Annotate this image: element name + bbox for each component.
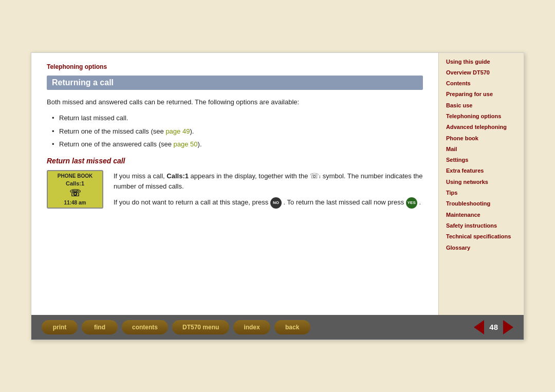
- prev-page-button[interactable]: [474, 320, 484, 334]
- page-container: Telephoning options Returning a call Bot…: [0, 0, 555, 392]
- bullet-text-1: Return last missed call.: [59, 114, 128, 122]
- sidebar-item-telephoning-options[interactable]: Telephoning options: [446, 113, 516, 120]
- breadcrumb: Telephoning options: [47, 63, 423, 70]
- sidebar-item-glossary[interactable]: Glossary: [446, 244, 516, 251]
- sidebar-item-technical-specifications[interactable]: Technical specifications: [446, 233, 516, 240]
- main-content: Telephoning options Returning a call Bot…: [31, 53, 439, 315]
- body-para-suffix: .: [419, 199, 421, 207]
- arrow-left-icon: [474, 320, 484, 334]
- sidebar-item-overview-dt570[interactable]: Overview DT570: [446, 69, 516, 76]
- next-page-button[interactable]: [503, 320, 513, 334]
- phone-symbol: ☏: [69, 188, 81, 198]
- no-button-icon[interactable]: NO: [270, 197, 282, 209]
- page-number: 48: [489, 323, 498, 331]
- dt570-menu-button[interactable]: DT570 menu: [172, 320, 229, 334]
- subsection-title: Return last missed call: [47, 157, 423, 165]
- sidebar-item-extra-features[interactable]: Extra features: [446, 167, 516, 174]
- content-row: PHONE BOOK Calls:1 ☏ 11:48 am If you mis…: [47, 170, 423, 209]
- sidebar-item-settings[interactable]: Settings: [446, 156, 516, 163]
- contents-button[interactable]: contents: [122, 320, 168, 334]
- index-button[interactable]: index: [233, 320, 270, 334]
- sidebar-item-troubleshooting[interactable]: Troubleshooting: [446, 200, 516, 207]
- body-para-3: . To return the last missed call now pre…: [284, 199, 406, 207]
- book-container: Telephoning options Returning a call Bot…: [31, 52, 524, 340]
- bullet-text-3b: ).: [198, 140, 202, 148]
- print-button[interactable]: print: [42, 320, 78, 334]
- body-para-2: If you do not want to return a call at t…: [114, 199, 270, 207]
- sidebar-item-using-networks[interactable]: Using networks: [446, 178, 516, 185]
- phone-book-title: PHONE BOOK: [51, 173, 99, 179]
- bullet-text-3a: Return one of the answered calls (see: [59, 140, 174, 148]
- book-body: Telephoning options Returning a call Bot…: [31, 53, 524, 315]
- bullet-list: Return last missed call. Return one of t…: [52, 113, 423, 150]
- find-button[interactable]: find: [82, 320, 118, 334]
- toolbar-left-buttons: print find contents DT570 menu index bac…: [42, 320, 310, 334]
- yes-button-icon[interactable]: YES: [406, 197, 417, 209]
- page-50-link[interactable]: page 50: [174, 140, 198, 148]
- phone-book-display: PHONE BOOK Calls:1 ☏ 11:48 am: [47, 170, 103, 209]
- sidebar-item-tips[interactable]: Tips: [446, 189, 516, 196]
- body-para-1a: If you miss a call,: [114, 172, 166, 180]
- sidebar-item-preparing-for-use[interactable]: Preparing for use: [446, 90, 516, 98]
- sidebar-item-safety-instructions[interactable]: Safety instructions: [446, 222, 516, 229]
- list-item: Return last missed call.: [52, 113, 423, 123]
- sidebar: Using this guide Overview DT570 Contents…: [439, 53, 524, 315]
- right-text: If you miss a call, Calls:1 appears in t…: [114, 170, 423, 209]
- sidebar-item-mail[interactable]: Mail: [446, 145, 516, 153]
- intro-text: Both missed and answered calls can be re…: [47, 97, 423, 107]
- phone-book-time: 11:48 am: [51, 200, 99, 206]
- page-navigation: 48: [474, 320, 513, 334]
- bullet-text-2a: Return one of the missed calls (see: [59, 127, 165, 135]
- section-title: Returning a call: [47, 76, 423, 90]
- phone-book-calls: Calls:1: [51, 180, 99, 186]
- phone-icon: ☏ᵢ: [310, 172, 321, 180]
- list-item: Return one of the answered calls (see pa…: [52, 139, 423, 150]
- toolbar: print find contents DT570 menu index bac…: [31, 315, 524, 340]
- sidebar-item-basic-use[interactable]: Basic use: [446, 102, 516, 109]
- page-49-link[interactable]: page 49: [165, 127, 190, 135]
- arrow-right-icon: [503, 320, 513, 334]
- sidebar-item-contents[interactable]: Contents: [446, 80, 516, 87]
- sidebar-item-phone-book[interactable]: Phone book: [446, 135, 516, 142]
- body-para-1b: appears in the display, together with th…: [189, 172, 310, 180]
- sidebar-item-using-this-guide[interactable]: Using this guide: [446, 58, 516, 65]
- sidebar-item-maintenance[interactable]: Maintenance: [446, 211, 516, 218]
- sidebar-item-advanced-telephoning[interactable]: Advanced telephoning: [446, 123, 516, 130]
- back-button[interactable]: back: [274, 320, 310, 334]
- list-item: Return one of the missed calls (see page…: [52, 126, 423, 137]
- bullet-text-2b: ).: [190, 127, 194, 135]
